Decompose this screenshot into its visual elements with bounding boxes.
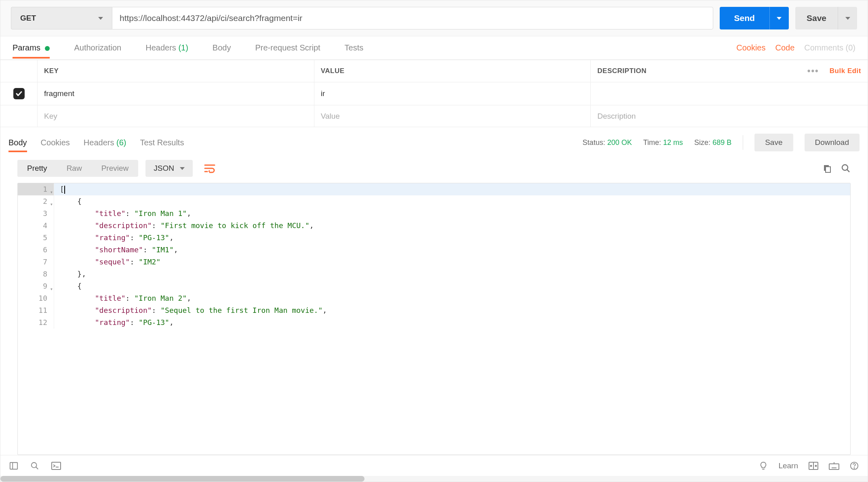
params-check-header	[0, 60, 38, 82]
comments-link[interactable]: Comments (0)	[804, 43, 855, 52]
size-label: Size: 689 B	[694, 138, 731, 147]
param-value-cell[interactable]	[314, 82, 591, 105]
svg-point-11	[811, 465, 812, 466]
divider	[743, 135, 743, 150]
chevron-down-icon	[180, 167, 185, 170]
horizontal-scrollbar[interactable]	[0, 476, 868, 482]
param-new-checkbox[interactable]	[0, 105, 38, 127]
params-table: KEY VALUE DESCRIPTION ••• Bulk Edit	[0, 60, 868, 127]
param-desc-new-input[interactable]	[597, 112, 861, 121]
format-preview-button[interactable]: Preview	[92, 160, 139, 177]
learn-link[interactable]: Learn	[778, 461, 798, 470]
params-value-header: VALUE	[314, 60, 591, 82]
status-label: Status: 200 OK	[583, 138, 632, 147]
two-pane-icon	[809, 462, 818, 470]
copy-button[interactable]	[822, 163, 832, 173]
param-key-input[interactable]	[44, 89, 308, 98]
chevron-down-icon	[845, 17, 850, 20]
param-value-input[interactable]	[321, 89, 584, 98]
svg-point-22	[854, 467, 854, 468]
params-desc-header: DESCRIPTION ••• Bulk Edit	[591, 60, 868, 82]
tab-prerequest[interactable]: Pre-request Script	[255, 38, 320, 58]
console-button[interactable]	[51, 462, 61, 470]
checkbox-checked-icon	[13, 88, 25, 99]
params-key-header: KEY	[38, 60, 314, 82]
format-raw-button[interactable]: Raw	[57, 160, 92, 177]
tab-params[interactable]: Params	[13, 38, 50, 58]
console-icon	[51, 462, 61, 470]
sidebar-toggle-button[interactable]	[9, 461, 18, 470]
tab-tests[interactable]: Tests	[345, 38, 364, 58]
response-body-editor[interactable]: 1[2 {3 "title": "Iron Man 1",4 "descript…	[17, 183, 851, 455]
http-method-label: GET	[20, 14, 36, 23]
tab-headers[interactable]: Headers (1)	[145, 38, 188, 58]
param-key-cell[interactable]	[38, 82, 314, 105]
save-button[interactable]: Save	[795, 7, 838, 29]
bootcamp-button[interactable]	[759, 461, 768, 470]
two-pane-button[interactable]	[809, 462, 818, 470]
help-button[interactable]	[850, 461, 859, 470]
params-active-dot-icon	[45, 46, 50, 51]
param-desc-cell[interactable]	[591, 82, 868, 105]
svg-rect-1	[826, 167, 830, 172]
panel-icon	[9, 461, 18, 470]
help-icon	[850, 461, 859, 470]
format-segment: Pretty Raw Preview	[17, 160, 138, 177]
code-link[interactable]: Code	[775, 43, 794, 52]
tab-authorization[interactable]: Authorization	[74, 38, 121, 58]
tab-body[interactable]: Body	[213, 38, 231, 58]
lightbulb-icon	[759, 461, 768, 470]
svg-rect-13	[829, 464, 839, 469]
http-method-select[interactable]: GET	[11, 7, 112, 29]
format-pretty-button[interactable]: Pretty	[17, 160, 57, 177]
param-row-checkbox[interactable]	[0, 82, 38, 105]
svg-line-7	[36, 467, 38, 469]
resp-tab-body[interactable]: Body	[8, 134, 27, 151]
keyboard-icon	[829, 462, 839, 470]
wrap-icon	[204, 163, 215, 173]
format-language-select[interactable]: JSON	[145, 160, 193, 177]
param-desc-input[interactable]	[597, 89, 861, 98]
copy-icon	[822, 163, 832, 173]
cookies-link[interactable]: Cookies	[736, 43, 765, 52]
params-more-icon[interactable]: •••	[807, 66, 819, 76]
response-save-button[interactable]: Save	[754, 134, 793, 151]
param-key-new-input[interactable]	[44, 112, 308, 121]
chevron-down-icon	[777, 17, 782, 20]
save-dropdown-button[interactable]	[838, 7, 857, 29]
search-icon	[30, 461, 39, 470]
find-button[interactable]	[30, 461, 39, 470]
svg-rect-4	[10, 462, 17, 469]
response-download-button[interactable]: Download	[805, 134, 860, 151]
resp-tab-headers[interactable]: Headers (6)	[84, 134, 126, 151]
send-button[interactable]: Send	[720, 7, 769, 29]
param-value-new-input[interactable]	[321, 112, 584, 121]
wrap-lines-button[interactable]	[200, 159, 219, 177]
resp-tab-testresults[interactable]: Test Results	[140, 134, 184, 151]
time-label: Time: 12 ms	[643, 138, 683, 147]
resp-tab-cookies[interactable]: Cookies	[41, 134, 70, 151]
svg-rect-8	[52, 462, 61, 469]
search-button[interactable]	[841, 163, 851, 173]
request-url-input[interactable]	[112, 7, 713, 29]
chevron-down-icon	[98, 17, 103, 20]
search-icon	[841, 163, 851, 173]
svg-point-12	[815, 465, 817, 466]
svg-line-3	[847, 170, 849, 172]
svg-point-2	[842, 165, 848, 170]
svg-point-6	[32, 462, 37, 467]
bulk-edit-link[interactable]: Bulk Edit	[830, 67, 861, 75]
keyboard-shortcuts-button[interactable]	[829, 462, 839, 470]
send-dropdown-button[interactable]	[769, 7, 789, 29]
